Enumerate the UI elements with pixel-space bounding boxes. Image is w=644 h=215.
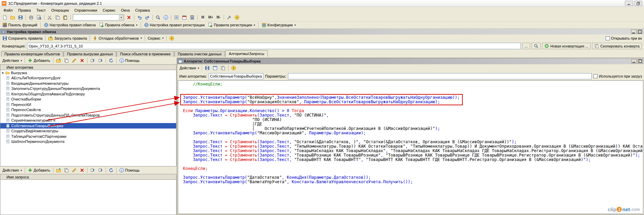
tab-object-conversion-rules[interactable]: Правила конвертации объектов [1, 51, 63, 57]
configurations-button[interactable]: Конфигурации▾ [260, 22, 297, 28]
algorithm-window-titlebar[interactable]: Алгоритм: СобственныеТоварыВыборка [177, 58, 644, 64]
algorithm-row[interactable]: СерияНоменклатурыВТЧ [0, 118, 176, 123]
used-on-load-checkbox[interactable] [593, 74, 597, 78]
actions-button[interactable]: Действия▾ [1, 167, 23, 174]
open-button[interactable] [9, 14, 16, 21]
registration-rules-button[interactable]: Правила регистрации▾ [207, 22, 257, 28]
move-down-button[interactable] [97, 57, 104, 64]
redo-button[interactable] [144, 14, 151, 21]
copy-button[interactable] [219, 65, 227, 71]
find-conversion-button[interactable] [531, 43, 541, 49]
exchange-rules-button[interactable]: Правила обмена▾ [98, 22, 139, 28]
menu-service[interactable]: Сервис [100, 8, 118, 13]
calculator-button[interactable] [188, 14, 196, 21]
function-panel-button[interactable]: Панель функций [1, 22, 39, 28]
browse-button[interactable]: ... [522, 43, 530, 49]
save-button[interactable] [17, 14, 24, 21]
list-button[interactable] [173, 14, 180, 21]
delete-button[interactable] [78, 167, 86, 174]
menu-file[interactable]: Файл [1, 8, 15, 13]
menu-catalogs[interactable]: Справочники [71, 8, 100, 13]
menu-text[interactable]: Текст [34, 8, 49, 13]
save-button[interactable] [203, 65, 211, 71]
open-form-button[interactable] [211, 65, 219, 71]
algorithm-row[interactable]: СоздатьВидНоменклатуры [0, 129, 176, 134]
algorithm-row[interactable]: ПодготовитьСтруктуруДанныхПД_ОстаткиТова… [0, 112, 176, 118]
algorithm-row[interactable]: КонтрольОбщегоДолгаАвансаПоДоговору [0, 91, 176, 97]
tab-object-search-target[interactable]: Поиск объектов в приемнике [117, 51, 174, 57]
memory-recall-button[interactable]: М [199, 14, 207, 21]
restore-button[interactable] [634, 1, 642, 6]
edit-button[interactable] [70, 167, 78, 174]
algorithm-row[interactable]: АЕстьЛиПоКонтрагентуДолг [0, 76, 176, 81]
paste-button[interactable] [62, 14, 69, 21]
algorithm-row[interactable]: ПереносКИ [0, 102, 176, 107]
menu-windows[interactable]: Окна [118, 8, 133, 13]
move-up-button[interactable] [89, 57, 96, 64]
menu-help[interactable]: Справка [132, 8, 153, 13]
help-button[interactable]: ? [233, 14, 241, 21]
help-button[interactable]: iПомощь [118, 57, 141, 64]
algorithm-row[interactable]: ТаблицаРасчетовСПартнерами [0, 134, 176, 139]
minimize-button[interactable] [625, 1, 633, 6]
copy-conversion-button[interactable]: Скопировать конверта [592, 43, 642, 49]
maximize-button[interactable] [638, 59, 643, 64]
find-button[interactable] [154, 14, 162, 21]
add-group-button[interactable] [55, 167, 62, 174]
memory-plus-button[interactable]: М+ [207, 14, 214, 21]
minimize-button[interactable] [631, 29, 636, 34]
add-button[interactable]: Добавить [26, 57, 52, 64]
algorithm-row[interactable]: ВходящиеДанныеНоменклатуры [0, 81, 176, 86]
memory-minus-button[interactable]: М- [215, 14, 222, 21]
refresh-button[interactable] [107, 167, 115, 174]
undo-button[interactable] [136, 14, 143, 21]
tools-button[interactable] [225, 14, 233, 21]
clear-button[interactable] [125, 14, 133, 21]
algorithm-row[interactable]: ЗаполнитьСтруктуруДанныхПервичногоДокуме… [0, 86, 176, 92]
actions-button[interactable]: Действия▾ [178, 65, 200, 71]
registration-rules-settings-button[interactable]: Настройка правил регистрации [143, 22, 206, 28]
conversion-input[interactable] [27, 43, 521, 49]
new-button[interactable] [1, 14, 9, 21]
algorithm-group-row[interactable]: Выгрузка [0, 70, 176, 76]
calendar-button[interactable] [181, 14, 188, 21]
new-conversion-button[interactable]: Новая конвертация ... [542, 43, 591, 49]
copy-item-button[interactable] [63, 167, 70, 174]
tab-data-export-rules[interactable]: Правила выгрузки данных [64, 51, 116, 57]
menu-operations[interactable]: Операции [49, 8, 71, 13]
cut-button[interactable] [46, 14, 53, 21]
tab-algorithms-queries[interactable]: Алгоритмы\Запросы [225, 50, 268, 57]
algorithm-row[interactable]: ОчисткаВыборки [0, 97, 176, 102]
about-button[interactable]: i [162, 14, 170, 21]
edit-button[interactable] [70, 57, 78, 64]
maximize-button[interactable] [637, 29, 643, 34]
menu-edit[interactable]: Правка [15, 8, 34, 13]
actions-button[interactable]: Действия▾ [1, 57, 23, 64]
service-button[interactable]: Сервис▾ [146, 35, 165, 42]
help-button[interactable]: ? [168, 35, 175, 42]
algorithm-row[interactable]: ШаблонПервичногоДокумента [0, 139, 176, 145]
tab-data-clearing-rules[interactable]: Правила очистки данных [174, 51, 225, 57]
minimize-button[interactable] [631, 59, 637, 64]
print-preview-button[interactable] [35, 14, 43, 21]
save-rules-button[interactable]: Сохранить правила [1, 35, 44, 42]
exchange-rules-settings-button[interactable]: Настройка правил обмена [42, 22, 97, 28]
exchange-window-caption[interactable]: Настройка правил обмена [0, 29, 644, 35]
copy-button[interactable] [54, 14, 61, 21]
print-button[interactable] [27, 14, 35, 21]
help-button[interactable]: iПомощь [118, 167, 141, 174]
copy-item-button[interactable] [63, 57, 70, 64]
load-rules-button[interactable]: Загрузить правила [47, 35, 88, 42]
algorithm-name-input[interactable] [209, 73, 263, 79]
quick-search-combo[interactable]: ▾ [73, 14, 124, 21]
algorithms-column-header[interactable]: Имя алгоритма [0, 64, 176, 70]
parameters-input[interactable] [288, 73, 592, 79]
help-button[interactable]: ? [230, 65, 237, 71]
move-up-button[interactable] [89, 167, 96, 174]
queries-column-header[interactable]: Имя запроса [0, 174, 176, 180]
algorithm-row[interactable]: СобственныеТоварыВыборка [0, 123, 176, 129]
move-down-button[interactable] [97, 167, 104, 174]
code-editor[interactable]: //КонецЕсли;Запрос.УстановитьПараметр("В… [178, 80, 643, 214]
add-button[interactable]: Добавить [26, 167, 52, 174]
open-on-start-checkbox[interactable] [606, 36, 610, 40]
